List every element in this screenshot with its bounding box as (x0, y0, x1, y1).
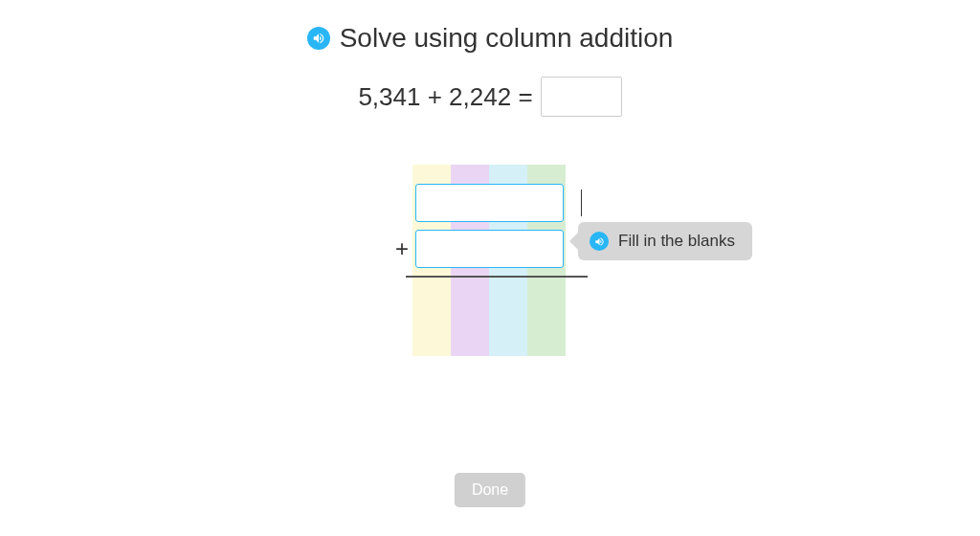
equation-text: 5,341 + 2,242 = (358, 82, 532, 112)
equation-row: 5,341 + 2,242 = (0, 77, 980, 117)
addend-row-2: + (392, 230, 588, 268)
audio-icon[interactable] (590, 232, 609, 251)
hint-tooltip: Fill in the blanks (578, 222, 752, 260)
text-cursor (581, 190, 583, 216)
addend2-input[interactable] (415, 230, 564, 268)
sum-line (406, 276, 588, 278)
done-button[interactable]: Done (455, 473, 525, 507)
plus-sign: + (392, 235, 412, 262)
answer-input[interactable] (541, 77, 622, 117)
addend1-input[interactable] (415, 184, 564, 222)
addend-row-1 (415, 184, 588, 222)
page-title: Solve using column addition (340, 23, 674, 54)
hint-text: Fill in the blanks (618, 232, 735, 251)
audio-icon[interactable] (307, 27, 330, 50)
addition-layout: + (392, 184, 588, 278)
title-row: Solve using column addition (0, 0, 980, 54)
